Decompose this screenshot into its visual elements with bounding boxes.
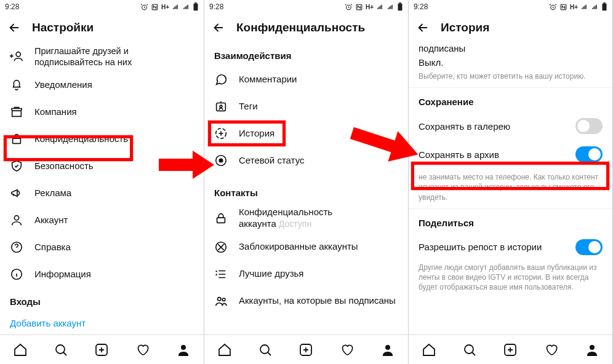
- settings-item-account[interactable]: Аккаунт: [0, 207, 204, 234]
- story-settings: подписаны Выкл. Выберите, кто может отве…: [409, 42, 612, 334]
- header: Конфиденциальность: [204, 14, 408, 42]
- nav-add[interactable]: [502, 342, 518, 358]
- back-button[interactable]: [212, 21, 225, 34]
- home-icon: [217, 342, 232, 357]
- alarm-icon: [345, 3, 353, 11]
- nav-profile[interactable]: [584, 342, 600, 358]
- privacy-item-close-friends[interactable]: Лучшие друзья: [204, 261, 408, 288]
- status-right: H+: [140, 2, 199, 11]
- svg-rect-14: [398, 4, 403, 10]
- setting-label: Разрешить репост в истории: [419, 242, 542, 252]
- privacy-item-label: История: [239, 128, 274, 140]
- signal-icon: [376, 3, 384, 11]
- svg-rect-30: [603, 4, 607, 10]
- header: Настройки: [0, 14, 204, 42]
- status-bar: 9:28 H+: [0, 0, 204, 14]
- nav-profile[interactable]: [380, 342, 396, 358]
- settings-list: Приглашайте друзей и подписывайтесь на н…: [0, 42, 204, 334]
- heart-icon: [135, 342, 150, 357]
- heart-icon: [544, 342, 559, 357]
- screen-settings: 9:28 H+ Настройки Приглашайте друзей и п…: [0, 0, 204, 364]
- settings-item-about[interactable]: Информация: [0, 261, 204, 288]
- nav-search[interactable]: [257, 342, 273, 358]
- home-icon: [422, 342, 436, 357]
- nav-activity[interactable]: [543, 342, 559, 358]
- help-icon: [10, 240, 23, 254]
- settings-item-help[interactable]: Справка: [0, 234, 204, 261]
- status-time: 9:28: [5, 2, 19, 11]
- info-icon: [10, 267, 23, 281]
- privacy-item-activity-status[interactable]: Сетевой статус: [204, 147, 408, 174]
- screen-story: 9:28 H+ История подписаны Выкл. Выберите…: [409, 0, 613, 364]
- toggle-allow-repost[interactable]: [575, 239, 603, 255]
- svg-rect-5: [13, 138, 21, 143]
- search-icon: [462, 342, 477, 357]
- logins-header: Входы: [0, 288, 204, 312]
- svg-rect-16: [217, 103, 226, 111]
- arrow-left-icon: [416, 21, 430, 34]
- add-account-link[interactable]: Добавить аккаунт: [0, 312, 204, 334]
- privacy-item-story[interactable]: История: [204, 120, 408, 147]
- back-button[interactable]: [416, 21, 430, 34]
- setting-label: Сохранять в галерею: [419, 121, 510, 132]
- settings-item-notifications[interactable]: Уведомления: [0, 71, 204, 98]
- plus-square-icon: [503, 342, 518, 357]
- nav-search[interactable]: [53, 342, 69, 358]
- nav-home[interactable]: [12, 342, 28, 358]
- svg-point-6: [14, 216, 18, 220]
- lock-icon: [214, 212, 228, 225]
- svg-rect-21: [217, 218, 225, 223]
- setting-save-gallery[interactable]: Сохранять в галерею: [409, 112, 612, 140]
- user-icon: [10, 213, 23, 227]
- nav-activity[interactable]: [339, 342, 355, 358]
- section-interactions: Взаимодействия: [204, 42, 408, 66]
- privacy-item-comments[interactable]: Комментарии: [204, 66, 408, 93]
- svg-point-23: [218, 297, 222, 301]
- toggle-save-gallery[interactable]: [575, 118, 603, 134]
- back-button[interactable]: [7, 21, 21, 34]
- page-title: История: [441, 21, 489, 34]
- privacy-item-label: Сетевой статус: [239, 155, 305, 167]
- story-plus-icon: [214, 127, 228, 140]
- privacy-item-tags[interactable]: Теги: [204, 93, 408, 120]
- privacy-item-label: Заблокированные аккаунты: [239, 241, 358, 253]
- signal-icon-2: [182, 3, 190, 11]
- section-contacts: Контакты: [204, 179, 408, 203]
- nav-home[interactable]: [217, 342, 233, 358]
- privacy-item-account-privacy[interactable]: Конфиденциальность аккаунтаДоступн: [204, 203, 408, 234]
- arrow-left-icon: [212, 21, 225, 34]
- settings-item-invite[interactable]: Приглашайте друзей и подписывайтесь на н…: [0, 42, 204, 71]
- setting-allow-repost[interactable]: Разрешить репост в истории: [409, 233, 612, 261]
- tag-user-icon: [214, 100, 228, 113]
- helper-text: Другие люди смогут добавлять ваши публик…: [409, 261, 612, 299]
- svg-point-25: [260, 345, 269, 354]
- setting-save-archive[interactable]: Сохранять в архив: [409, 140, 612, 168]
- svg-rect-2: [194, 4, 198, 10]
- nav-activity[interactable]: [135, 342, 151, 358]
- nav-add[interactable]: [94, 342, 110, 358]
- toggle-save-archive[interactable]: [575, 146, 603, 162]
- comment-icon: [214, 73, 228, 86]
- nav-search[interactable]: [462, 342, 478, 358]
- privacy-item-following[interactable]: Аккаунты, на которые вы подписаны: [204, 288, 408, 315]
- arrow-left-icon: [7, 21, 21, 34]
- bell-icon: [10, 78, 23, 92]
- settings-item-business[interactable]: Компания: [0, 98, 204, 125]
- nav-add[interactable]: [298, 342, 314, 358]
- nav-profile[interactable]: [175, 342, 191, 358]
- status-network: H+: [366, 4, 374, 10]
- settings-item-ads[interactable]: Реклама: [0, 180, 204, 207]
- partial-setting-label: подписаны: [409, 42, 612, 53]
- nav-home[interactable]: [421, 342, 437, 358]
- privacy-item-blocked[interactable]: Заблокированные аккаунты: [204, 234, 408, 261]
- storefront-icon: [10, 105, 23, 119]
- screen-privacy: 9:28 H+ Конфиденциальность Взаимодействи…: [204, 0, 409, 364]
- privacy-item-label: Лучшие друзья: [239, 268, 304, 280]
- search-icon: [54, 342, 68, 357]
- settings-item-privacy[interactable]: Конфиденциальность: [0, 125, 204, 152]
- lock-icon: [10, 132, 23, 146]
- section-save: Сохранение: [409, 88, 612, 112]
- signal-icon-2: [387, 3, 395, 11]
- signal-icon: [580, 3, 588, 11]
- settings-item-security[interactable]: Безопасность: [0, 152, 204, 180]
